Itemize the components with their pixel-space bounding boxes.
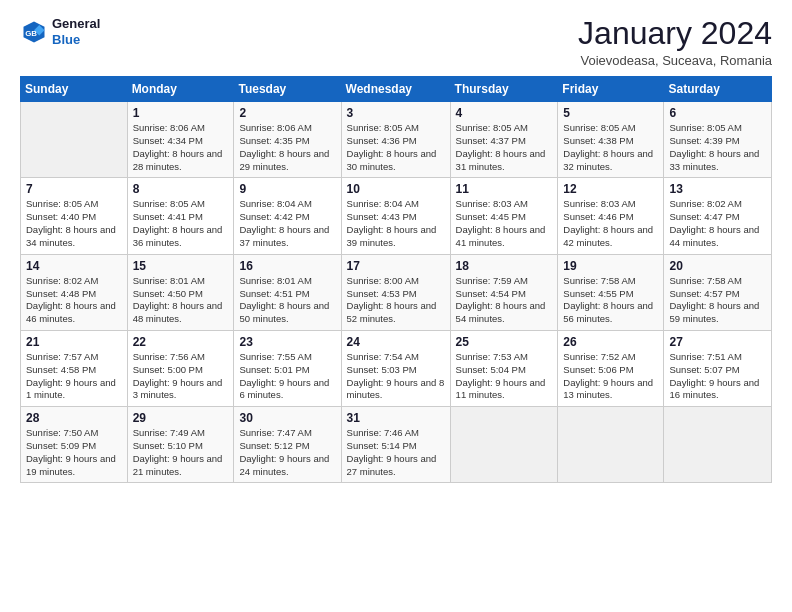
day-info: Sunrise: 7:53 AM Sunset: 5:04 PM Dayligh…	[456, 351, 553, 402]
day-number: 2	[239, 106, 335, 120]
day-info: Sunrise: 8:03 AM Sunset: 4:45 PM Dayligh…	[456, 198, 553, 249]
day-number: 21	[26, 335, 122, 349]
calendar-cell: 19Sunrise: 7:58 AM Sunset: 4:55 PM Dayli…	[558, 254, 664, 330]
day-number: 15	[133, 259, 229, 273]
weekday-header-thursday: Thursday	[450, 77, 558, 102]
day-number: 5	[563, 106, 658, 120]
day-info: Sunrise: 8:04 AM Sunset: 4:42 PM Dayligh…	[239, 198, 335, 249]
weekday-header-monday: Monday	[127, 77, 234, 102]
weekday-header-sunday: Sunday	[21, 77, 128, 102]
day-number: 4	[456, 106, 553, 120]
day-info: Sunrise: 7:59 AM Sunset: 4:54 PM Dayligh…	[456, 275, 553, 326]
calendar-cell: 28Sunrise: 7:50 AM Sunset: 5:09 PM Dayli…	[21, 407, 128, 483]
day-info: Sunrise: 7:55 AM Sunset: 5:01 PM Dayligh…	[239, 351, 335, 402]
calendar-cell	[21, 102, 128, 178]
weekday-header-saturday: Saturday	[664, 77, 772, 102]
day-info: Sunrise: 7:50 AM Sunset: 5:09 PM Dayligh…	[26, 427, 122, 478]
calendar-cell	[664, 407, 772, 483]
day-info: Sunrise: 8:01 AM Sunset: 4:50 PM Dayligh…	[133, 275, 229, 326]
day-info: Sunrise: 8:03 AM Sunset: 4:46 PM Dayligh…	[563, 198, 658, 249]
calendar-cell: 5Sunrise: 8:05 AM Sunset: 4:38 PM Daylig…	[558, 102, 664, 178]
calendar-cell: 16Sunrise: 8:01 AM Sunset: 4:51 PM Dayli…	[234, 254, 341, 330]
day-info: Sunrise: 8:01 AM Sunset: 4:51 PM Dayligh…	[239, 275, 335, 326]
day-info: Sunrise: 7:57 AM Sunset: 4:58 PM Dayligh…	[26, 351, 122, 402]
day-info: Sunrise: 8:05 AM Sunset: 4:38 PM Dayligh…	[563, 122, 658, 173]
calendar-cell: 30Sunrise: 7:47 AM Sunset: 5:12 PM Dayli…	[234, 407, 341, 483]
calendar-cell	[450, 407, 558, 483]
calendar-cell: 31Sunrise: 7:46 AM Sunset: 5:14 PM Dayli…	[341, 407, 450, 483]
subtitle: Voievodeasa, Suceava, Romania	[578, 53, 772, 68]
calendar-body: 1Sunrise: 8:06 AM Sunset: 4:34 PM Daylig…	[21, 102, 772, 483]
calendar-cell: 26Sunrise: 7:52 AM Sunset: 5:06 PM Dayli…	[558, 330, 664, 406]
calendar-cell: 3Sunrise: 8:05 AM Sunset: 4:36 PM Daylig…	[341, 102, 450, 178]
logo-icon: GB	[20, 18, 48, 46]
calendar-cell: 8Sunrise: 8:05 AM Sunset: 4:41 PM Daylig…	[127, 178, 234, 254]
calendar-cell: 20Sunrise: 7:58 AM Sunset: 4:57 PM Dayli…	[664, 254, 772, 330]
calendar-cell: 2Sunrise: 8:06 AM Sunset: 4:35 PM Daylig…	[234, 102, 341, 178]
calendar-cell: 12Sunrise: 8:03 AM Sunset: 4:46 PM Dayli…	[558, 178, 664, 254]
calendar-cell: 1Sunrise: 8:06 AM Sunset: 4:34 PM Daylig…	[127, 102, 234, 178]
calendar-week-row: 14Sunrise: 8:02 AM Sunset: 4:48 PM Dayli…	[21, 254, 772, 330]
calendar-cell: 29Sunrise: 7:49 AM Sunset: 5:10 PM Dayli…	[127, 407, 234, 483]
day-info: Sunrise: 7:47 AM Sunset: 5:12 PM Dayligh…	[239, 427, 335, 478]
month-title: January 2024	[578, 16, 772, 51]
day-info: Sunrise: 8:05 AM Sunset: 4:41 PM Dayligh…	[133, 198, 229, 249]
day-number: 30	[239, 411, 335, 425]
calendar-cell: 6Sunrise: 8:05 AM Sunset: 4:39 PM Daylig…	[664, 102, 772, 178]
calendar-cell: 14Sunrise: 8:02 AM Sunset: 4:48 PM Dayli…	[21, 254, 128, 330]
day-number: 31	[347, 411, 445, 425]
calendar-cell: 13Sunrise: 8:02 AM Sunset: 4:47 PM Dayli…	[664, 178, 772, 254]
day-info: Sunrise: 8:02 AM Sunset: 4:48 PM Dayligh…	[26, 275, 122, 326]
calendar-cell	[558, 407, 664, 483]
calendar-cell: 9Sunrise: 8:04 AM Sunset: 4:42 PM Daylig…	[234, 178, 341, 254]
calendar-table: SundayMondayTuesdayWednesdayThursdayFrid…	[20, 76, 772, 483]
day-number: 23	[239, 335, 335, 349]
day-info: Sunrise: 8:06 AM Sunset: 4:34 PM Dayligh…	[133, 122, 229, 173]
calendar-cell: 24Sunrise: 7:54 AM Sunset: 5:03 PM Dayli…	[341, 330, 450, 406]
day-info: Sunrise: 7:58 AM Sunset: 4:57 PM Dayligh…	[669, 275, 766, 326]
day-number: 10	[347, 182, 445, 196]
calendar-cell: 25Sunrise: 7:53 AM Sunset: 5:04 PM Dayli…	[450, 330, 558, 406]
title-section: January 2024 Voievodeasa, Suceava, Roman…	[578, 16, 772, 68]
day-info: Sunrise: 8:05 AM Sunset: 4:37 PM Dayligh…	[456, 122, 553, 173]
day-info: Sunrise: 8:04 AM Sunset: 4:43 PM Dayligh…	[347, 198, 445, 249]
day-number: 11	[456, 182, 553, 196]
day-number: 1	[133, 106, 229, 120]
day-number: 13	[669, 182, 766, 196]
calendar-cell: 27Sunrise: 7:51 AM Sunset: 5:07 PM Dayli…	[664, 330, 772, 406]
day-number: 16	[239, 259, 335, 273]
day-number: 27	[669, 335, 766, 349]
day-number: 9	[239, 182, 335, 196]
day-number: 29	[133, 411, 229, 425]
header: GB General Blue January 2024 Voievodeasa…	[20, 16, 772, 68]
calendar-cell: 22Sunrise: 7:56 AM Sunset: 5:00 PM Dayli…	[127, 330, 234, 406]
calendar-cell: 21Sunrise: 7:57 AM Sunset: 4:58 PM Dayli…	[21, 330, 128, 406]
day-number: 3	[347, 106, 445, 120]
calendar-cell: 17Sunrise: 8:00 AM Sunset: 4:53 PM Dayli…	[341, 254, 450, 330]
calendar-cell: 7Sunrise: 8:05 AM Sunset: 4:40 PM Daylig…	[21, 178, 128, 254]
day-number: 17	[347, 259, 445, 273]
day-info: Sunrise: 8:05 AM Sunset: 4:40 PM Dayligh…	[26, 198, 122, 249]
day-number: 20	[669, 259, 766, 273]
logo-line2: Blue	[52, 32, 100, 48]
day-info: Sunrise: 8:00 AM Sunset: 4:53 PM Dayligh…	[347, 275, 445, 326]
day-number: 24	[347, 335, 445, 349]
logo-line1: General	[52, 16, 100, 32]
weekday-header-row: SundayMondayTuesdayWednesdayThursdayFrid…	[21, 77, 772, 102]
day-number: 25	[456, 335, 553, 349]
calendar-header: SundayMondayTuesdayWednesdayThursdayFrid…	[21, 77, 772, 102]
day-number: 14	[26, 259, 122, 273]
logo: GB General Blue	[20, 16, 100, 47]
day-number: 19	[563, 259, 658, 273]
svg-text:GB: GB	[25, 28, 37, 37]
day-number: 26	[563, 335, 658, 349]
calendar-week-row: 28Sunrise: 7:50 AM Sunset: 5:09 PM Dayli…	[21, 407, 772, 483]
day-number: 12	[563, 182, 658, 196]
weekday-header-tuesday: Tuesday	[234, 77, 341, 102]
weekday-header-friday: Friday	[558, 77, 664, 102]
day-info: Sunrise: 7:58 AM Sunset: 4:55 PM Dayligh…	[563, 275, 658, 326]
calendar-week-row: 1Sunrise: 8:06 AM Sunset: 4:34 PM Daylig…	[21, 102, 772, 178]
calendar-week-row: 7Sunrise: 8:05 AM Sunset: 4:40 PM Daylig…	[21, 178, 772, 254]
calendar-cell: 18Sunrise: 7:59 AM Sunset: 4:54 PM Dayli…	[450, 254, 558, 330]
day-number: 7	[26, 182, 122, 196]
